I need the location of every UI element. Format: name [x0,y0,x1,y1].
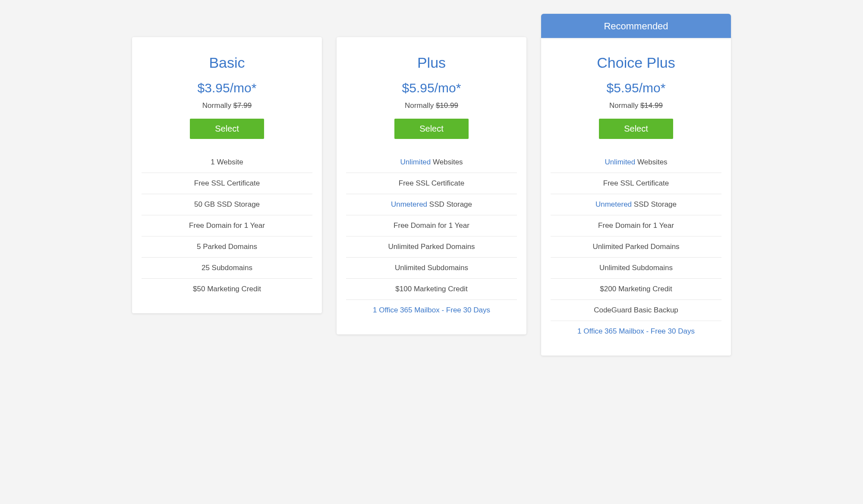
feature-highlight: Unlimited [400,158,431,166]
feature-text: Free Domain for 1 Year [394,221,469,230]
recommended-badge: Recommended [541,14,731,38]
normal-prefix: Normally [202,101,233,110]
feature-item: $100 Marketing Credit [346,279,517,300]
feature-item: 5 Parked Domains [142,236,312,258]
plan-card: Choice Plus $5.95/mo* Normally $14.99 Se… [541,37,731,356]
feature-text: 1 Website [211,158,243,166]
feature-text: $100 Marketing Credit [395,285,467,293]
feature-item: Free SSL Certificate [551,173,721,194]
plan-normal-price: Normally $7.99 [142,101,312,110]
feature-item: Free Domain for 1 Year [142,215,312,236]
feature-item: 1 Website [142,152,312,173]
feature-text: 50 GB SSD Storage [194,200,260,208]
normal-strike: $7.99 [233,101,252,110]
feature-text: $200 Marketing Credit [600,285,672,293]
plan-card: Basic $3.95/mo* Normally $7.99 Select 1 … [132,37,322,313]
feature-item: $50 Marketing Credit [142,279,312,299]
plan-title: Plus [346,54,517,71]
feature-text: Free SSL Certificate [399,179,464,187]
feature-item: Unlimited Websites [551,152,721,173]
plan-normal-price: Normally $14.99 [551,101,721,110]
feature-item-link[interactable]: 1 Office 365 Mailbox - Free 30 Days [346,300,517,321]
select-button-choice-plus[interactable]: Select [599,119,673,139]
feature-text: Free SSL Certificate [194,179,260,187]
feature-text: SSD Storage [427,200,472,208]
feature-highlight: Unmetered [391,200,427,208]
feature-item: Free Domain for 1 Year [346,215,517,236]
feature-item: CodeGuard Basic Backup [551,300,721,321]
feature-text: Free Domain for 1 Year [598,221,674,230]
feature-text: 1 Office 365 Mailbox - Free 30 Days [373,306,490,314]
plan-price: $3.95/mo* [142,81,312,95]
feature-item: Unlimited Parked Domains [551,236,721,258]
normal-prefix: Normally [405,101,436,110]
feature-text: Unlimited Parked Domains [592,243,679,251]
feature-text: Websites [635,158,667,166]
feature-text: 1 Office 365 Mailbox - Free 30 Days [577,327,695,335]
plan-card: Plus $5.95/mo* Normally $10.99 Select Un… [337,37,526,334]
feature-text: Unlimited Parked Domains [388,243,475,251]
feature-item-link[interactable]: 1 Office 365 Mailbox - Free 30 Days [551,321,721,342]
feature-item: 50 GB SSD Storage [142,194,312,215]
feature-text: Free Domain for 1 Year [189,221,265,230]
pricing-plans: Basic $3.95/mo* Normally $7.99 Select 1 … [125,14,738,356]
badge-spacer [132,14,322,37]
feature-text: 5 Parked Domains [197,243,257,251]
normal-prefix: Normally [609,101,640,110]
feature-text: Free SSL Certificate [603,179,669,187]
feature-text: SSD Storage [632,200,677,208]
select-button-basic[interactable]: Select [190,119,264,139]
feature-text: $50 Marketing Credit [193,285,261,293]
feature-item: Free SSL Certificate [142,173,312,194]
feature-list: Unlimited Websites Free SSL Certificate … [551,152,721,342]
feature-item: Unlimited Subdomains [551,258,721,279]
plan-price: $5.95/mo* [551,81,721,95]
feature-item: Unlimited Parked Domains [346,236,517,258]
feature-highlight: Unmetered [595,200,632,208]
feature-list: Unlimited Websites Free SSL Certificate … [346,152,517,321]
plan-normal-price: Normally $10.99 [346,101,517,110]
feature-item: Unmetered SSD Storage [346,194,517,215]
feature-item: Unlimited Websites [346,152,517,173]
plan-price: $5.95/mo* [346,81,517,95]
feature-item: Free SSL Certificate [346,173,517,194]
plan-title: Basic [142,54,312,71]
feature-highlight: Unlimited [605,158,635,166]
feature-item: Unlimited Subdomains [346,258,517,279]
feature-list: 1 Website Free SSL Certificate 50 GB SSD… [142,152,312,299]
feature-text: 25 Subdomains [202,264,252,272]
feature-item: Free Domain for 1 Year [551,215,721,236]
normal-strike: $14.99 [640,101,663,110]
feature-item: Unmetered SSD Storage [551,194,721,215]
normal-strike: $10.99 [436,101,458,110]
feature-item: 25 Subdomains [142,258,312,279]
badge-spacer [337,14,526,37]
plan-plus: Plus $5.95/mo* Normally $10.99 Select Un… [337,14,526,334]
feature-text: CodeGuard Basic Backup [594,306,678,314]
feature-text: Unlimited Subdomains [599,264,673,272]
plan-title: Choice Plus [551,54,721,71]
select-button-plus[interactable]: Select [394,119,469,139]
feature-text: Unlimited Subdomains [395,264,468,272]
plan-basic: Basic $3.95/mo* Normally $7.99 Select 1 … [132,14,322,313]
feature-text: Websites [431,158,463,166]
plan-choice-plus: Recommended Choice Plus $5.95/mo* Normal… [541,14,731,356]
feature-item: $200 Marketing Credit [551,279,721,300]
